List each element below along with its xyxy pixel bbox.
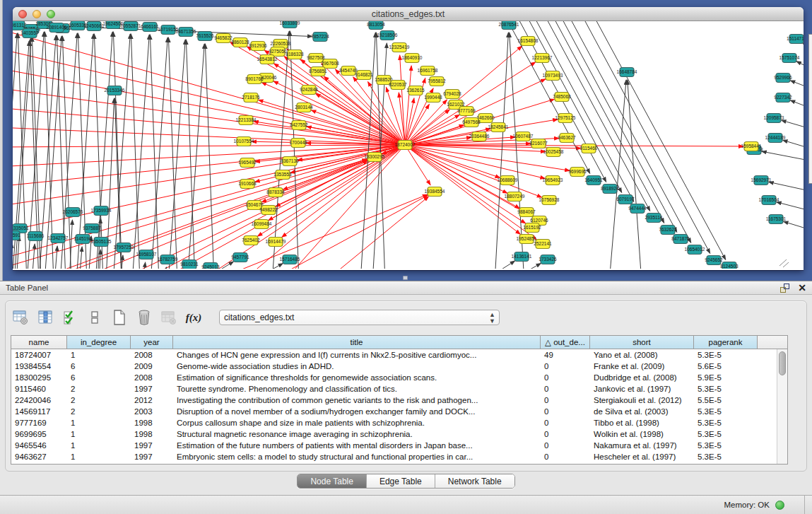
graph-node-label: 16914479	[266, 239, 286, 244]
graph-node-label: 9463627	[558, 135, 576, 140]
column-header-in_degree[interactable]: in_degree	[67, 336, 131, 349]
cell-name: 14569117	[11, 407, 67, 416]
split-pane-handle[interactable]	[403, 276, 408, 280]
column-header-name[interactable]: name	[11, 336, 67, 349]
cell-short: Stergiakouli et al. (2012)	[590, 396, 694, 404]
scrollbar-thumb[interactable]	[779, 351, 786, 375]
memory-ok-indicator[interactable]	[775, 501, 784, 510]
function-builder-button[interactable]: f(x)	[184, 308, 203, 327]
graph-node-label: 9115460	[580, 146, 598, 151]
column-header-out_de[interactable]: △ out_de...	[541, 336, 590, 349]
graph-node-label: 9245652	[705, 257, 723, 262]
table-row[interactable]: 1872400712008Changes of HCN gene express…	[11, 349, 787, 361]
cell-year: 2003	[131, 407, 173, 416]
cell-in_degree: 2	[67, 407, 131, 416]
cell-title: Estimation of significance thresholds fo…	[173, 373, 541, 382]
cell-out_de: 0	[541, 452, 590, 461]
cell-short: Nakamura et al. (1997)	[590, 441, 694, 450]
column-header-year[interactable]: year	[131, 336, 173, 349]
table-row[interactable]: 911546021997Tourette syndrome. Phenomeno…	[11, 383, 787, 395]
close-button[interactable]	[18, 10, 27, 18]
graph-node-label: 2967608	[321, 61, 339, 66]
tab-node-table[interactable]: Node Table	[298, 474, 367, 488]
select-rows-button[interactable]	[61, 308, 79, 327]
column-header-short[interactable]: short	[590, 336, 694, 349]
network-canvas[interactable]: 2061319252554118530699024561160533914035…	[13, 21, 804, 269]
cell-title: Structural magnetic resonance image aver…	[173, 430, 541, 438]
table-row[interactable]: 946362711997Embryonic stem cells: a mode…	[11, 451, 787, 462]
graph-node-label: 15751074	[779, 55, 800, 60]
graph-node-label: 9884067	[517, 209, 536, 214]
cell-year: 2012	[131, 396, 173, 404]
zoom-button[interactable]	[47, 10, 55, 18]
select-columns-button[interactable]	[36, 308, 54, 327]
table-vertical-scrollbar[interactable]	[777, 349, 787, 464]
tab-edge-table[interactable]: Edge Table	[367, 474, 435, 488]
column-header-pagerank[interactable]: pagerank	[694, 336, 758, 349]
cell-short: Jankovic et al. (1997)	[590, 385, 694, 393]
cell-in_degree: 2	[67, 396, 131, 404]
table-row[interactable]: 2242004622012Investigating the contribut…	[11, 395, 787, 406]
minimize-button[interactable]	[33, 10, 41, 18]
graph-node-label: 6120746	[530, 218, 548, 223]
graph-node-label: 14136141	[512, 254, 532, 259]
table-toolbar: f(x) citations_edges.txt ▲▼	[11, 307, 500, 328]
cell-out_de: 0	[541, 362, 590, 370]
graph-node-label: 18724007	[395, 142, 416, 147]
graph-node-label: 6079197	[616, 197, 635, 201]
graph-node-label: 8220537	[389, 82, 407, 87]
table-select-combo[interactable]: citations_edges.txt ▲▼	[219, 310, 500, 325]
cell-name: 9463627	[11, 452, 67, 461]
table-panel-titlebar: Table Panel ✕	[0, 281, 812, 295]
graph-node-label: 16033809	[280, 21, 300, 25]
table-row[interactable]: 1938455462009Genome-wide association stu…	[11, 361, 787, 372]
graph-node-label: 9375887	[83, 226, 101, 230]
graph-node-label: 12095873	[764, 115, 784, 120]
float-panel-icon[interactable]	[780, 284, 789, 293]
cell-pagerank: 5.3E-5	[694, 407, 758, 416]
graph-node-label: 9242848	[300, 87, 318, 92]
cell-in_degree: 1	[67, 441, 131, 450]
graph-node-label: 2935114	[645, 215, 663, 220]
tab-network-table[interactable]: Network Table	[435, 474, 514, 488]
graph-node-label: 17359934	[91, 208, 112, 213]
graph-node-label: 8878334	[266, 189, 285, 194]
cell-in_degree: 1	[67, 351, 131, 359]
cell-short: Dudbridge et al. (2008)	[590, 373, 694, 382]
graph-node-label: 10107554	[234, 139, 254, 144]
cell-title: Changes of HCN gene expression and I(f) …	[173, 351, 541, 359]
graph-node-label: 10973493	[543, 73, 563, 78]
graph-node-label: 7485063	[553, 94, 571, 99]
graph-node-label: 6794028	[443, 91, 461, 96]
graph-node-label: 12444189	[765, 135, 786, 140]
graph-node-label: 9275050	[269, 49, 287, 54]
cell-out_de: 0	[541, 396, 590, 404]
cell-pagerank: 5.3E-5	[694, 419, 758, 427]
graph-node-label: 17016504	[759, 197, 779, 202]
cell-name: 18724007	[11, 351, 67, 359]
column-header-title[interactable]: title	[173, 336, 541, 349]
cell-in_degree: 1	[67, 430, 131, 438]
table-row[interactable]: 977716911998Corpus callosum shape and si…	[11, 417, 787, 428]
new-table-button[interactable]	[110, 308, 129, 327]
network-window-titlebar[interactable]: citations_edges.txt	[13, 7, 804, 21]
close-panel-icon[interactable]: ✕	[798, 284, 806, 293]
table-row[interactable]: 1456911722003Disruption of a novel membe…	[11, 406, 787, 417]
table-row[interactable]: 1830029562008Estimation of significance …	[11, 372, 787, 383]
cell-year: 1997	[131, 385, 173, 393]
graph-node-label: 20206576	[63, 209, 83, 214]
table-row[interactable]: 946554611997Estimation of the future num…	[11, 440, 787, 451]
graph-node-label: 12213967	[532, 55, 553, 60]
cell-title: Tourette syndrome. Phenomenology and cla…	[173, 385, 541, 393]
table-settings-button[interactable]	[11, 308, 30, 327]
clear-selection-button[interactable]	[86, 308, 104, 327]
table-row[interactable]: 969969511998Structural magnetic resonanc…	[11, 428, 787, 440]
graph-node-label: 1335051	[13, 226, 29, 230]
table-select-value: citations_edges.txt	[224, 313, 294, 322]
delete-table-button[interactable]	[135, 308, 153, 327]
cell-name: 9465546	[11, 441, 67, 450]
memory-status-label: Memory: OK	[724, 501, 770, 509]
network-canvas-wrap: 2061319252554118530699024561160533914035…	[13, 21, 804, 269]
cell-short: Yano et al. (2008)	[590, 351, 694, 359]
graph-node-label: 19218506	[377, 33, 398, 37]
